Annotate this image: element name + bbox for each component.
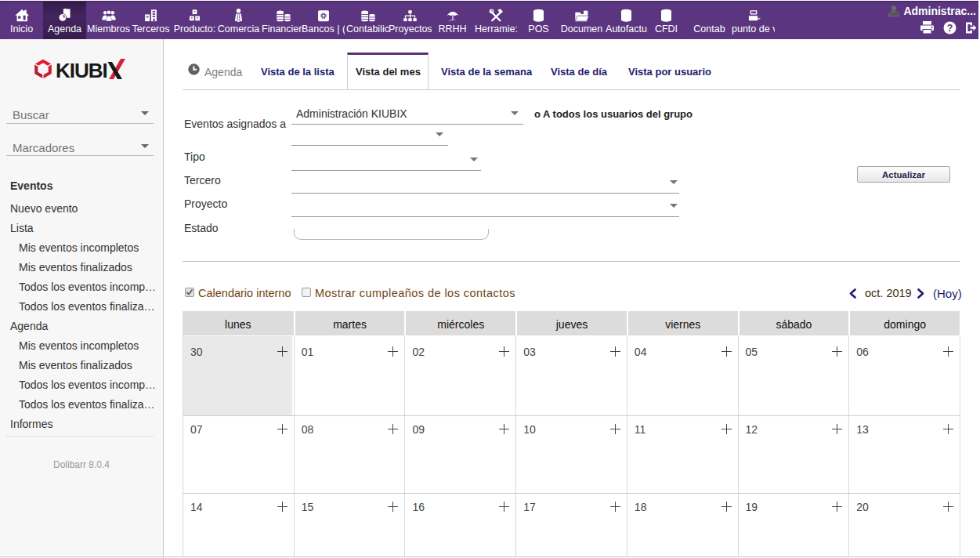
svg-text:?: ? — [946, 23, 953, 34]
svg-text:KIUBI: KIUBI — [56, 59, 107, 82]
